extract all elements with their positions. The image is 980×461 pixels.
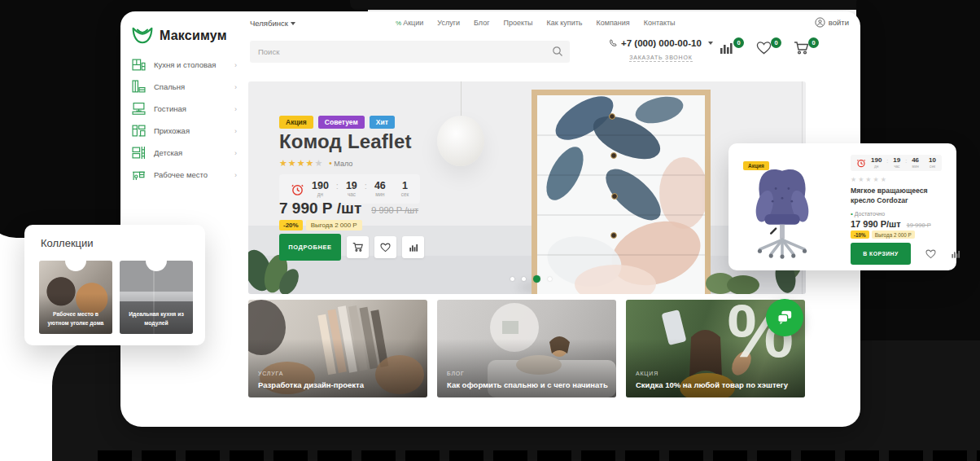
- slider-dot[interactable]: [510, 277, 514, 281]
- add-to-cart-button[interactable]: В корзину: [851, 243, 911, 265]
- search-input[interactable]: [250, 41, 570, 63]
- chat-icon: [776, 310, 794, 326]
- sidebar-item-kids[interactable]: Детская ›: [120, 142, 248, 164]
- chevron-right-icon: ›: [234, 83, 237, 91]
- alarm-clock-icon: [856, 158, 866, 168]
- promo-tag: БЛОГ: [447, 371, 465, 376]
- tile-notch: [65, 261, 86, 271]
- background-blob: [350, 0, 879, 10]
- hallway-icon: [132, 124, 146, 138]
- chevron-right-icon: ›: [234, 171, 237, 179]
- callback-link[interactable]: заказать звонок: [629, 55, 692, 62]
- compare-button[interactable]: [951, 249, 960, 259]
- nav-item-contacts[interactable]: Контакты: [644, 19, 676, 27]
- old-price: 9 990 Р /шт: [371, 205, 418, 215]
- collection-caption: Идеальная кухня из модулей: [123, 310, 190, 328]
- sidebar-item-hallway[interactable]: Прихожая ›: [120, 120, 248, 142]
- sidebar-item-workspace[interactable]: Рабочее место ›: [120, 164, 248, 186]
- collection-tile-workspace[interactable]: Рабочее место в уютном уголке дома: [39, 261, 112, 334]
- nav-item-company[interactable]: Компания: [596, 19, 629, 27]
- lamp-decor: [437, 116, 484, 166]
- search-bar: [250, 41, 570, 63]
- phone-number[interactable]: +7 (000) 000-00-10: [621, 38, 702, 48]
- nav-item-projects[interactable]: Проекты: [503, 19, 532, 27]
- favorite-button[interactable]: [925, 249, 936, 259]
- cart-count-badge: 0: [808, 37, 819, 48]
- kids-room-icon: [132, 146, 146, 160]
- favorites-count-badge: 0: [771, 37, 781, 48]
- promo-title: Скидка 10% на любой товар по хэштегу: [636, 380, 798, 389]
- product-availability: • Достаточно: [851, 210, 885, 217]
- benefit-chip: Выгода 2 000 Р: [872, 230, 915, 239]
- login-button[interactable]: войти: [815, 17, 849, 28]
- product-image-chair: [740, 165, 825, 261]
- phone-icon: [609, 39, 617, 47]
- current-price: 17 990 Р/шт: [851, 219, 901, 229]
- sidebar-item-livingroom[interactable]: Гостиная ›: [120, 98, 248, 120]
- heart-icon: [380, 243, 391, 252]
- current-price: 7 990 Р /шт: [279, 200, 361, 217]
- collection-tile-kitchen[interactable]: Идеальная кухня из модулей: [120, 261, 193, 334]
- countdown-timer: 190дн : 19час : 46мин 10сек: [851, 155, 942, 171]
- nav-item-how-to-buy[interactable]: Как купить: [547, 19, 583, 27]
- collection-caption: Рабочее место в уютном уголке дома: [42, 310, 109, 328]
- livingroom-icon: [132, 102, 146, 116]
- chevron-right-icon: ›: [234, 149, 237, 157]
- product-popup-card[interactable]: Акция 190дн : 19час : 46мин: [728, 143, 956, 270]
- alarm-clock-icon: [291, 182, 304, 196]
- collections-title: Коллекции: [41, 237, 94, 249]
- favorite-button[interactable]: [374, 236, 396, 258]
- compare-button[interactable]: 0: [719, 41, 737, 59]
- compare-button[interactable]: [402, 236, 424, 258]
- product-buttons: В корзину: [851, 243, 960, 265]
- workspace-icon: [132, 168, 146, 182]
- chevron-right-icon: ›: [234, 105, 237, 113]
- bedroom-icon: [132, 80, 146, 94]
- slider-dot[interactable]: [522, 277, 526, 281]
- sidebar-item-kitchen[interactable]: Кухня и столовая ›: [120, 54, 248, 76]
- brand-name: Максимум: [160, 29, 227, 43]
- promo-tag: УСЛУГА: [258, 371, 283, 376]
- collections-popup: Коллекции Рабочее место в уютном уголке …: [24, 225, 205, 345]
- promo-title: Как оформить спальню и с чего начинать: [447, 380, 610, 389]
- badge-recommended: Советуем: [318, 116, 365, 129]
- details-button[interactable]: Подробнее: [279, 234, 341, 261]
- promo-card-design-project[interactable]: УСЛУГА Разработка дизайн-проекта: [248, 300, 427, 397]
- hero-product-image: [532, 90, 711, 294]
- sale-icon: %: [396, 20, 401, 27]
- search-icon[interactable]: [552, 46, 563, 57]
- nav-item-blog[interactable]: Блог: [474, 19, 489, 27]
- favorites-button[interactable]: 0: [756, 41, 774, 59]
- sidebar-item-bedroom[interactable]: Спальня ›: [120, 76, 248, 98]
- hero-rating: ★★★★★ • Мало: [279, 158, 352, 169]
- city-selector[interactable]: Челябинск: [250, 19, 295, 28]
- nav-item-sales[interactable]: %Акции: [396, 19, 423, 27]
- compare-icon: [951, 249, 960, 259]
- hero-product-title: Комод Leaflet: [279, 130, 412, 153]
- product-title[interactable]: Мягкое вращающееся кресло Cordozar: [851, 186, 950, 205]
- chat-widget-button[interactable]: [766, 299, 803, 336]
- chevron-right-icon: ›: [234, 127, 237, 135]
- promo-card-blog-bedroom[interactable]: БЛОГ Как оформить спальню и с чего начин…: [437, 300, 616, 397]
- add-to-cart-button[interactable]: [347, 236, 369, 258]
- category-menu: Кухня и столовая › Спальня › Гостиная ›: [120, 54, 248, 186]
- heart-icon: [925, 249, 936, 259]
- brand-logo[interactable]: Максимум: [131, 25, 227, 46]
- star-rating-icon: ★★★★★: [279, 158, 323, 169]
- slider-pagination: [510, 275, 552, 283]
- slider-dot-active[interactable]: [533, 275, 540, 283]
- product-discount-chips: -10% Выгода 2 000 Р: [851, 230, 915, 239]
- discount-chip: -10%: [851, 230, 869, 239]
- lamp-cord: [461, 81, 462, 117]
- header-actions: 0 0 0: [719, 41, 812, 59]
- product-badges: Акция Советуем Хит: [279, 116, 395, 129]
- compare-count-badge: 0: [733, 37, 744, 48]
- slider-dot[interactable]: [548, 277, 552, 281]
- cart-button[interactable]: 0: [794, 41, 812, 59]
- compare-icon: [409, 243, 418, 252]
- nav-item-services[interactable]: Услуги: [437, 19, 460, 27]
- cart-icon: [352, 242, 364, 252]
- background-dashes: [98, 450, 980, 461]
- chevron-down-icon: [291, 22, 295, 25]
- heart-icon: [756, 41, 772, 55]
